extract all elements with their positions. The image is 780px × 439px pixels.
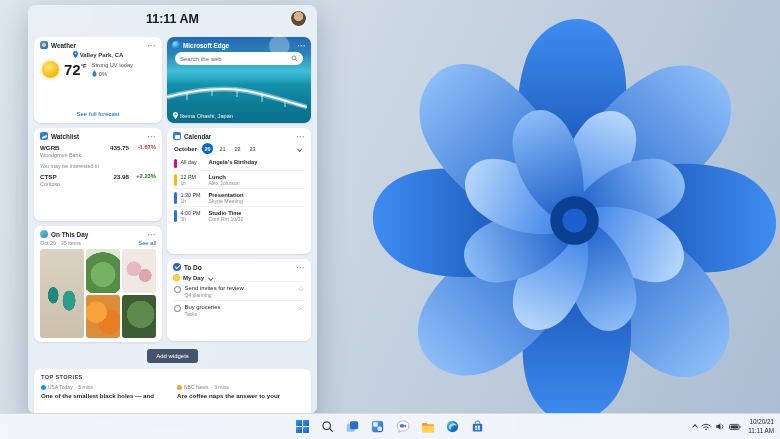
news-story[interactable]: USA Today · 5 mins One of the smallest b… (41, 384, 168, 400)
event-subtitle: Conf Rm 10/32 (209, 216, 244, 222)
todo-item[interactable]: Send invites for review Q4 planning ☆ (173, 281, 305, 300)
chat-button[interactable] (392, 416, 413, 437)
todo-item-list: Tasks (185, 311, 221, 317)
network-icon[interactable] (701, 422, 711, 431)
more-options-icon[interactable]: ··· (297, 133, 306, 140)
photos-widget[interactable]: On This Day ··· Oct 20 · 35 items See al… (34, 226, 162, 342)
calendar-date-strip: October 20 21 22 23 (173, 143, 305, 154)
news-story[interactable]: NBC News · 3 mins Are coffee naps the an… (177, 384, 304, 400)
event-time-col: 4:00 PM 3h (181, 210, 205, 222)
event-time: All day (181, 159, 205, 165)
event-text-col: Lunch Alex Johnson (209, 174, 240, 186)
battery-icon[interactable] (729, 423, 741, 431)
edge-browser-button[interactable] (442, 416, 463, 437)
watchlist-icon (40, 132, 48, 140)
widgets-clock: 11:11 AM (28, 12, 317, 26)
news-source-logo (177, 385, 182, 390)
stock-name: Woodgrove Bank (40, 152, 81, 158)
news-source-logo (41, 385, 46, 390)
calendar-day[interactable]: 23 (247, 143, 258, 154)
todo-list-selector[interactable]: My Day (173, 274, 305, 281)
todo-widget[interactable]: To Do ··· My Day Send invites for review… (167, 259, 311, 341)
edge-logo-icon (172, 41, 180, 49)
more-options-icon[interactable]: ··· (148, 133, 157, 140)
droplet-icon (92, 70, 97, 77)
volume-icon[interactable] (715, 422, 725, 431)
location-pin-icon (73, 51, 78, 58)
search-button[interactable] (317, 416, 338, 437)
more-options-icon[interactable]: ··· (148, 231, 157, 238)
stock-price: 23.98 (114, 173, 129, 180)
todo-checkbox[interactable] (174, 286, 181, 293)
stock-name: Contoso (40, 181, 60, 187)
start-button[interactable] (292, 416, 313, 437)
photo-thumbnail[interactable] (86, 295, 120, 339)
todo-item-list: Q4 planning (185, 292, 244, 298)
stock-change: +2.23% (129, 173, 156, 179)
calendar-event[interactable]: All day Angela's Birthday (173, 156, 305, 170)
news-section-header: TOP STORIES (41, 374, 304, 380)
calendar-widget[interactable]: Calendar ··· October 20 21 22 23 (167, 128, 311, 254)
weather-widget[interactable]: Weather ··· Valley Park, CA 72 °F (34, 37, 162, 123)
todo-icon (173, 263, 181, 271)
todo-item-title: Buy groceries (185, 304, 221, 310)
watchlist-title: Watchlist (51, 133, 79, 140)
edge-search-input[interactable]: Search the web (175, 52, 303, 65)
widgets-column-left: Weather ··· Valley Park, CA 72 °F (34, 37, 162, 342)
see-full-forecast-link[interactable]: See full forecast (40, 111, 156, 117)
file-explorer-button[interactable] (417, 416, 438, 437)
search-placeholder: Search the web (180, 56, 222, 62)
weather-current: 72 °F Strong UV today 0% (40, 61, 156, 78)
task-view-button[interactable] (342, 416, 363, 437)
store-button[interactable] (467, 416, 488, 437)
photos-collage (40, 249, 156, 338)
user-avatar[interactable] (291, 11, 306, 26)
watchlist-widget[interactable]: Watchlist ··· WGRB Woodgrove Bank 435.75… (34, 128, 162, 221)
news-timestamp: 3 mins (214, 384, 229, 390)
photo-thumbnail[interactable] (40, 249, 84, 338)
precip-value: 0% (99, 70, 107, 79)
event-subtitle: Skype Meeting (209, 198, 244, 204)
event-color-bar (174, 174, 177, 186)
star-icon[interactable]: ☆ (298, 285, 304, 292)
widgets-icon (371, 420, 384, 433)
chevron-down-icon[interactable] (297, 146, 302, 151)
watchlist-item[interactable]: CTSP Contoso 23.98 +2.23% (40, 173, 156, 187)
widgets-grid: Weather ··· Valley Park, CA 72 °F (28, 31, 317, 342)
widgets-button[interactable] (367, 416, 388, 437)
star-icon[interactable]: ☆ (298, 304, 304, 311)
weather-condition-text: Strong UV today (92, 62, 133, 68)
todo-item-title: Send invites for review (185, 285, 244, 291)
edge-widget[interactable]: Microsoft Edge ··· Search the web Ikema … (167, 37, 311, 123)
edge-widget-header: Microsoft Edge ··· (172, 41, 306, 49)
more-options-icon[interactable]: ··· (297, 264, 306, 271)
todo-list-name: My Day (183, 275, 204, 281)
photo-thumbnail[interactable] (122, 249, 156, 293)
weather-location-row: Valley Park, CA (40, 51, 156, 58)
more-options-icon[interactable]: ··· (148, 42, 157, 49)
chat-icon (396, 420, 410, 433)
photo-thumbnail[interactable] (122, 295, 156, 339)
calendar-event[interactable]: 12 PM 1h Lunch Alex Johnson (173, 170, 305, 188)
add-widgets-button[interactable]: Add widgets (147, 349, 198, 363)
calendar-event[interactable]: 1:30 PM 1h Presentation Skype Meeting (173, 188, 305, 206)
tray-chevron-up-icon[interactable] (693, 425, 697, 429)
calendar-event[interactable]: 4:00 PM 3h Studio Time Conf Rm 10/32 (173, 206, 305, 224)
news-source-row: NBC News · 3 mins (177, 384, 304, 390)
task-view-icon (346, 420, 359, 433)
wallpaper-bloom (322, 0, 780, 439)
event-title: Studio Time (209, 210, 244, 216)
calendar-day[interactable]: 21 (217, 143, 228, 154)
calendar-day[interactable]: 22 (232, 143, 243, 154)
more-options-icon[interactable]: ··· (298, 42, 307, 49)
see-all-link[interactable]: See all (138, 240, 156, 246)
event-text-col: Presentation Skype Meeting (209, 192, 244, 204)
photo-thumbnail[interactable] (86, 249, 120, 293)
taskbar-clock[interactable]: 10/20/21 11:11 AM (745, 418, 777, 435)
photos-meta: Oct 20 · 35 items (40, 240, 81, 246)
watchlist-item-info: WGRB Woodgrove Bank (40, 144, 81, 158)
watchlist-item[interactable]: WGRB Woodgrove Bank 435.75 -1.67% (40, 144, 156, 158)
todo-checkbox[interactable] (174, 305, 181, 312)
calendar-day-selected[interactable]: 20 (202, 143, 213, 154)
todo-item[interactable]: Buy groceries Tasks ☆ (173, 300, 305, 319)
